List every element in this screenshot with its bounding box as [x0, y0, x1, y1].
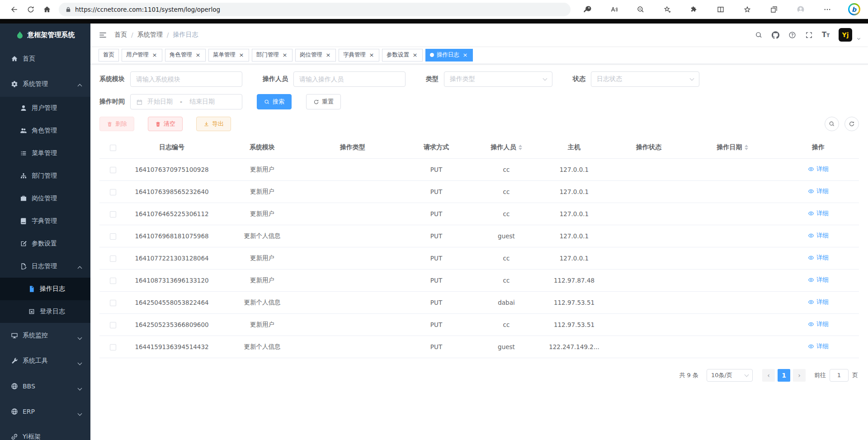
search-icon[interactable]: [755, 31, 763, 39]
tab-dept-mgmt[interactable]: 部门管理×: [252, 49, 292, 62]
tab-close-icon[interactable]: ×: [412, 52, 418, 58]
tab-close-icon[interactable]: ×: [368, 52, 375, 58]
sidebar-item-yi-framework[interactable]: Yi框架: [0, 424, 90, 440]
next-page-button[interactable]: ›: [793, 369, 806, 382]
tab-operation-log[interactable]: 操作日志×: [425, 49, 473, 62]
more-icon[interactable]: [821, 3, 834, 16]
detail-link[interactable]: 详细: [808, 276, 829, 284]
sort-icons[interactable]: [519, 143, 522, 152]
type-select[interactable]: 操作类型: [444, 71, 552, 87]
detail-link[interactable]: 详细: [808, 320, 829, 328]
clear-button[interactable]: 清空: [148, 117, 183, 131]
row-checkbox[interactable]: [110, 344, 116, 350]
sidebar-item-dict-mgmt[interactable]: 字典管理: [0, 210, 90, 232]
extensions-icon[interactable]: [687, 3, 701, 16]
browser-back-button[interactable]: [6, 2, 23, 17]
operator-input[interactable]: [293, 71, 406, 87]
collections-icon[interactable]: [767, 3, 781, 16]
sidebar-item-login-log[interactable]: 登录日志: [0, 300, 90, 323]
sidebar-item-dept-mgmt[interactable]: 部门管理: [0, 165, 90, 187]
sidebar-item-post-mgmt[interactable]: 岗位管理: [0, 187, 90, 210]
breadcrumb-item[interactable]: 首页: [114, 31, 127, 39]
show-search-button[interactable]: [825, 117, 839, 131]
sidebar-item-home[interactable]: 首页: [0, 46, 90, 71]
font-size-icon[interactable]: TT: [822, 31, 830, 39]
search-button[interactable]: 搜索: [257, 94, 292, 109]
sidebar-item-param-settings[interactable]: 参数设置: [0, 232, 90, 255]
favorites-add-icon[interactable]: [660, 3, 674, 16]
tab-close-icon[interactable]: ×: [151, 52, 158, 58]
tab-close-icon[interactable]: ×: [238, 52, 245, 58]
sidebar-item-role-mgmt[interactable]: 角色管理: [0, 119, 90, 142]
sort-icons[interactable]: [745, 143, 748, 152]
tab-param-settings[interactable]: 参数设置×: [382, 49, 423, 62]
status-select[interactable]: 日志状态: [591, 71, 699, 87]
tab-role-mgmt[interactable]: 角色管理×: [165, 49, 206, 62]
tab-post-mgmt[interactable]: 岗位管理×: [295, 49, 336, 62]
read-aloud-icon[interactable]: [607, 3, 621, 16]
export-button[interactable]: 导出: [196, 117, 231, 131]
profile-icon[interactable]: [794, 3, 807, 16]
tab-close-icon[interactable]: ×: [325, 52, 331, 58]
sort-asc-icon[interactable]: [519, 143, 522, 147]
page-size-select[interactable]: 10条/页: [707, 369, 753, 382]
address-bar[interactable]: https://ccnetcore.com:1101/system/log/op…: [59, 3, 571, 16]
sidebar-item-erp[interactable]: ERP: [0, 399, 90, 424]
key-icon[interactable]: [580, 3, 594, 16]
tab-home[interactable]: 首页: [99, 49, 119, 62]
split-screen-icon[interactable]: [714, 3, 727, 16]
fullscreen-icon[interactable]: [805, 31, 813, 39]
row-checkbox[interactable]: [110, 322, 116, 328]
row-checkbox[interactable]: [110, 278, 116, 284]
sidebar-item-operation-log[interactable]: 操作日志: [0, 278, 90, 300]
column-date[interactable]: 操作日期: [687, 137, 778, 158]
module-input[interactable]: [130, 71, 242, 87]
browser-refresh-button[interactable]: [23, 2, 39, 17]
sidebar-item-user-mgmt[interactable]: 用户管理: [0, 97, 90, 119]
detail-link[interactable]: 详细: [808, 342, 829, 350]
row-checkbox[interactable]: [110, 167, 116, 173]
github-icon[interactable]: [772, 31, 779, 39]
column-operator[interactable]: 操作人员: [475, 137, 538, 158]
row-checkbox[interactable]: [110, 189, 116, 195]
favorites-bar-icon[interactable]: [741, 3, 754, 16]
browser-home-button[interactable]: [39, 2, 55, 17]
sort-desc-icon[interactable]: [745, 148, 748, 152]
goto-page-input[interactable]: [830, 369, 849, 382]
detail-link[interactable]: 详细: [808, 165, 829, 173]
date-range-picker[interactable]: 开始日期 - 结束日期: [130, 94, 242, 109]
sidebar-item-log-mgmt[interactable]: 日志管理: [0, 255, 90, 278]
select-all-checkbox[interactable]: [110, 145, 116, 151]
tab-user-mgmt[interactable]: 用户管理×: [122, 49, 162, 62]
zoom-out-icon[interactable]: [634, 3, 647, 16]
sidebar-item-system-mgmt[interactable]: 系统管理: [0, 71, 90, 97]
bing-icon[interactable]: b: [847, 3, 861, 16]
detail-link[interactable]: 详细: [808, 209, 829, 218]
detail-link[interactable]: 详细: [808, 232, 829, 240]
detail-link[interactable]: 详细: [808, 254, 829, 262]
tab-close-icon[interactable]: ×: [195, 52, 201, 58]
sidebar-item-system-tools[interactable]: 系统工具: [0, 348, 90, 374]
tab-menu-mgmt[interactable]: 菜单管理×: [208, 49, 249, 62]
detail-link[interactable]: 详细: [808, 298, 829, 306]
tab-close-icon[interactable]: ×: [462, 52, 468, 58]
prev-page-button[interactable]: ‹: [762, 369, 775, 382]
refresh-table-button[interactable]: [844, 117, 859, 131]
user-avatar[interactable]: Yj: [839, 28, 852, 42]
row-checkbox[interactable]: [110, 211, 116, 218]
tab-dict-mgmt[interactable]: 字典管理×: [339, 49, 379, 62]
row-checkbox[interactable]: [110, 233, 116, 240]
page-number[interactable]: 1: [778, 369, 790, 382]
sort-asc-icon[interactable]: [745, 143, 748, 147]
breadcrumb-item[interactable]: 系统管理: [137, 31, 163, 39]
sidebar-item-system-monitor[interactable]: 系统监控: [0, 323, 90, 348]
question-icon[interactable]: [788, 31, 796, 39]
sort-desc-icon[interactable]: [519, 148, 522, 152]
row-checkbox[interactable]: [110, 300, 116, 306]
hamburger-icon[interactable]: [99, 31, 107, 39]
reset-button[interactable]: 重置: [306, 94, 341, 109]
sidebar-item-bbs[interactable]: BBS: [0, 374, 90, 399]
sidebar-item-menu-mgmt[interactable]: 菜单管理: [0, 142, 90, 165]
row-checkbox[interactable]: [110, 255, 116, 262]
tab-close-icon[interactable]: ×: [282, 52, 288, 58]
